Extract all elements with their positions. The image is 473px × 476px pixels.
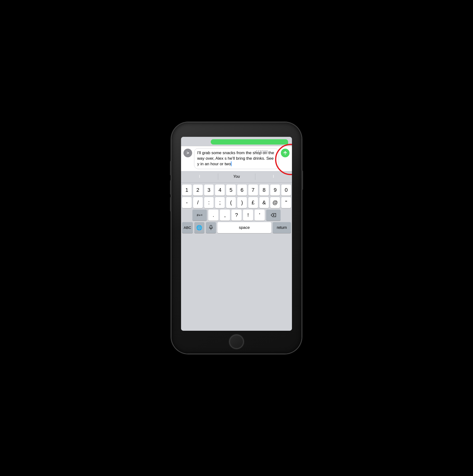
key-period[interactable]: .	[208, 210, 218, 221]
key-1[interactable]: 1	[182, 185, 192, 196]
key-7[interactable]: 7	[248, 185, 258, 196]
key-space[interactable]: space	[218, 222, 271, 233]
autocorrect-label-i: I	[273, 174, 274, 179]
green-bubble	[211, 139, 288, 145]
key-abc[interactable]: ABC	[182, 222, 193, 233]
char-count: 113/160	[255, 150, 268, 153]
key-hashplusequals[interactable]: #+=	[192, 210, 207, 221]
key-slash[interactable]: /	[193, 197, 203, 208]
autocorrect-label-l: l	[199, 174, 200, 179]
key-9[interactable]: 9	[270, 185, 280, 196]
key-close-paren[interactable]: )	[237, 197, 247, 208]
chevron-right-icon: >	[187, 151, 189, 156]
key-row-bottom: ABC 🌐 space return	[182, 222, 291, 233]
messages-area	[181, 137, 292, 146]
key-0[interactable]: 0	[281, 185, 291, 196]
key-mic[interactable]	[206, 222, 216, 233]
send-arrow-icon	[283, 151, 288, 155]
text-cursor	[231, 161, 231, 166]
autocorrect-bar: l You I	[181, 171, 292, 183]
key-pound[interactable]: £	[248, 197, 258, 208]
key-ampersand[interactable]: &	[259, 197, 269, 208]
key-question[interactable]: ?	[231, 210, 242, 221]
phone-screen: > I'll grab some snacks from the shop on…	[181, 137, 292, 331]
keyboard: 1 2 3 4 5 6 7 8 9 0 - / : ; ( ) £ &	[181, 183, 292, 331]
key-exclamation[interactable]: !	[243, 210, 253, 221]
backspace-key[interactable]	[266, 210, 281, 221]
key-semicolon[interactable]: ;	[215, 197, 225, 208]
key-open-paren[interactable]: (	[226, 197, 236, 208]
autocorrect-label-you: You	[233, 174, 240, 179]
compose-area: > I'll grab some snacks from the shop on…	[181, 146, 292, 171]
key-dash[interactable]: -	[182, 197, 192, 208]
key-row-symbols: - / : ; ( ) £ & @ "	[182, 197, 291, 208]
key-colon[interactable]: :	[204, 197, 214, 208]
key-globe[interactable]: 🌐	[194, 222, 204, 233]
autocorrect-item-you[interactable]: You	[218, 171, 255, 182]
key-at[interactable]: @	[270, 197, 280, 208]
key-2[interactable]: 2	[193, 185, 203, 196]
send-button[interactable]	[281, 149, 290, 157]
autocorrect-item-i[interactable]: I	[255, 171, 292, 182]
key-6[interactable]: 6	[237, 185, 247, 196]
key-row-numbers: 1 2 3 4 5 6 7 8 9 0	[182, 185, 291, 196]
key-row-misc: #+= . , ? ! '	[182, 210, 291, 221]
autocorrect-item-l[interactable]: l	[181, 171, 218, 182]
key-3[interactable]: 3	[204, 185, 214, 196]
expand-button[interactable]: >	[183, 149, 192, 157]
key-4[interactable]: 4	[215, 185, 225, 196]
key-quote[interactable]: "	[281, 197, 291, 208]
key-5[interactable]: 5	[226, 185, 236, 196]
key-return[interactable]: return	[273, 222, 291, 233]
key-8[interactable]: 8	[259, 185, 269, 196]
svg-rect-0	[210, 225, 212, 228]
home-button[interactable]	[229, 335, 244, 349]
phone-frame: > I'll grab some snacks from the shop on…	[171, 122, 302, 354]
key-apostrophe[interactable]: '	[255, 210, 265, 221]
key-comma[interactable]: ,	[220, 210, 230, 221]
microphone-icon	[209, 225, 213, 230]
backspace-icon	[271, 213, 276, 217]
